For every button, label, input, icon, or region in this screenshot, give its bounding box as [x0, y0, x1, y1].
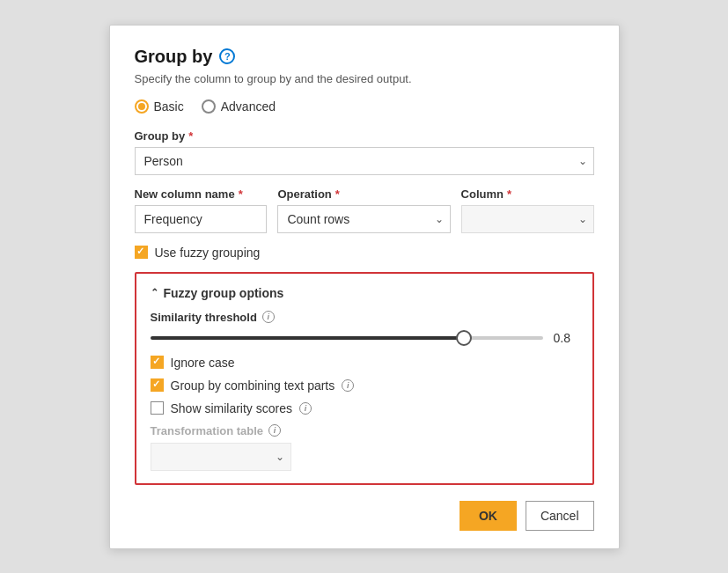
dialog-footer: OK Cancel: [135, 501, 594, 531]
column-select-wrapper: ⌄: [461, 205, 594, 233]
radio-advanced-input[interactable]: [202, 99, 216, 114]
similarity-threshold-slider-row: 0.8: [151, 331, 578, 345]
group-by-section: Group by * Person Name ID ⌄: [135, 129, 594, 175]
dialog-title: Group by: [135, 47, 213, 67]
group-by-select[interactable]: Person Name ID: [135, 147, 594, 175]
fuzzy-options-box: ⌃ Fuzzy group options Similarity thresho…: [135, 272, 594, 485]
ignore-case-row: Ignore case: [151, 356, 578, 370]
operation-label: Operation *: [277, 187, 450, 201]
fuzzy-title-row: ⌃ Fuzzy group options: [151, 286, 578, 300]
radio-basic-input[interactable]: [135, 99, 149, 114]
column-label: Column *: [461, 187, 594, 201]
ok-button[interactable]: OK: [460, 501, 517, 531]
group-by-combining-checkbox[interactable]: [151, 378, 164, 392]
column-select: [461, 205, 594, 233]
similarity-threshold-label: Similarity threshold i: [151, 311, 578, 324]
similarity-threshold-track: [151, 336, 543, 340]
dialog-title-row: Group by ?: [135, 47, 594, 67]
new-column-name-section: New column name *: [135, 187, 268, 233]
radio-advanced-label: Advanced: [221, 99, 276, 114]
group-by-dialog: Group by ? Specify the column to group b…: [109, 25, 620, 549]
group-by-combining-row: Group by combining text parts i: [151, 378, 578, 393]
show-similarity-scores-label: Show similarity scores: [171, 401, 292, 415]
show-similarity-scores-row: Show similarity scores i: [151, 401, 578, 415]
radio-basic-label: Basic: [154, 99, 184, 114]
help-icon[interactable]: ?: [219, 48, 235, 64]
group-by-combining-info-icon[interactable]: i: [342, 379, 354, 392]
fuzzy-collapse-icon[interactable]: ⌃: [151, 287, 158, 298]
group-by-select-wrapper: Person Name ID ⌄: [135, 147, 594, 175]
group-by-combining-label: Group by combining text parts: [171, 378, 335, 393]
fuzzy-title-text: Fuzzy group options: [164, 286, 284, 300]
similarity-threshold-value: 0.8: [554, 331, 578, 345]
radio-basic[interactable]: Basic: [135, 99, 184, 114]
use-fuzzy-grouping-checkbox[interactable]: [135, 246, 148, 259]
operation-select[interactable]: Count rows Sum Average Min Max: [277, 205, 450, 233]
use-fuzzy-grouping-label: Use fuzzy grouping: [155, 246, 261, 260]
new-column-name-input[interactable]: [135, 205, 268, 233]
group-by-required: *: [188, 129, 193, 143]
cancel-button[interactable]: Cancel: [526, 501, 594, 531]
similarity-threshold-thumb[interactable]: [456, 330, 472, 346]
dialog-subtitle: Specify the column to group by and the d…: [135, 72, 594, 85]
ignore-case-checkbox[interactable]: [151, 356, 164, 369]
transformation-table-select-wrapper: ⌄: [151, 443, 291, 471]
transformation-table-info-icon[interactable]: i: [268, 424, 281, 437]
transformation-table-label: Transformation table i: [151, 424, 578, 437]
operation-select-wrapper: Count rows Sum Average Min Max ⌄: [277, 205, 450, 233]
column-required: *: [507, 187, 511, 201]
new-column-name-required: *: [239, 187, 243, 201]
show-similarity-scores-info-icon[interactable]: i: [299, 402, 312, 415]
similarity-threshold-info-icon[interactable]: i: [262, 311, 275, 323]
use-fuzzy-grouping-row: Use fuzzy grouping: [135, 246, 594, 260]
transformation-table-select: [151, 443, 291, 471]
row-fields: New column name * Operation * Count rows…: [135, 187, 594, 233]
mode-radio-group: Basic Advanced: [135, 99, 594, 114]
show-similarity-scores-checkbox[interactable]: [151, 401, 164, 415]
radio-advanced[interactable]: Advanced: [202, 99, 276, 114]
group-by-label: Group by *: [135, 129, 594, 143]
operation-required: *: [335, 187, 340, 201]
new-column-name-label: New column name *: [135, 187, 268, 201]
transformation-table-section: Transformation table i ⌄: [151, 424, 578, 471]
operation-section: Operation * Count rows Sum Average Min M…: [277, 187, 450, 233]
ignore-case-label: Ignore case: [171, 356, 235, 370]
column-section: Column * ⌄: [461, 187, 594, 233]
